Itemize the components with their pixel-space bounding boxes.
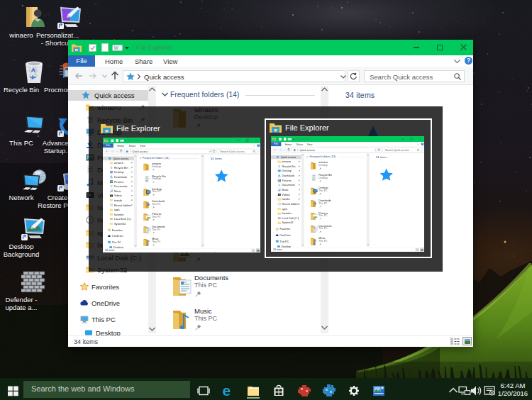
svg-text:e: e — [223, 384, 231, 398]
svg-text:W: W — [114, 45, 119, 50]
